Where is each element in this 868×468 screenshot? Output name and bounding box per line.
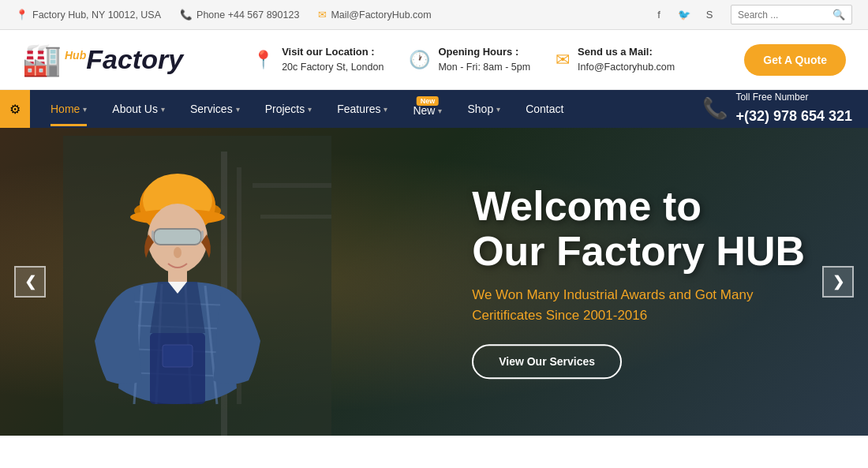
phone-text: Phone +44 567 890123 xyxy=(196,9,299,21)
mail-icon: ✉ xyxy=(556,50,570,70)
facebook-link[interactable]: f xyxy=(650,6,668,24)
hero-subtitle: We Won Many Industrial Awards and Got Ma… xyxy=(472,286,805,326)
logo-text: HubFactory xyxy=(65,44,183,75)
new-badge: New xyxy=(417,96,440,106)
location-info: 📍 Visit our Location : 20c Factory St, L… xyxy=(253,44,383,74)
hero-next-button[interactable]: ❯ xyxy=(822,266,854,298)
hero-section: Welcome to Our Factory HUB We Won Many I… xyxy=(0,128,868,436)
nav-item-projects[interactable]: Projects ▾ xyxy=(253,92,325,126)
hours-info-text: Opening Hours : Mon - Fri: 8am - 5pm xyxy=(438,44,530,74)
location-icon: 📍 xyxy=(16,9,28,21)
twitter-link[interactable]: 🐦 xyxy=(675,6,693,24)
view-services-button[interactable]: View Our Services xyxy=(472,345,622,380)
search-button[interactable]: 🔍 xyxy=(826,6,851,24)
email-icon: ✉ xyxy=(318,9,327,21)
hero-prev-button[interactable]: ❮ xyxy=(14,266,46,298)
social-links: f 🐦 S xyxy=(650,6,718,24)
chevron-down-icon: ▾ xyxy=(83,105,87,114)
address-item: 📍 Factory Hub, NY 10012, USA xyxy=(16,9,161,21)
chevron-down-icon: ▾ xyxy=(496,105,500,114)
nav-item-shop[interactable]: Shop ▾ xyxy=(455,92,513,126)
logo-hub-text: Hub xyxy=(65,49,86,62)
clock-icon: 🕐 xyxy=(409,50,430,70)
top-bar: 📍 Factory Hub, NY 10012, USA 📞 Phone +44… xyxy=(0,0,868,30)
nav-menu: Home ▾ About Us ▾ Services ▾ Projects ▾ … xyxy=(30,90,687,128)
skype-link[interactable]: S xyxy=(701,6,718,24)
toll-text: Toll Free Number +(32) 978 654 321 xyxy=(735,90,852,128)
logo[interactable]: 🏭 HubFactory xyxy=(22,41,183,78)
settings-icon: ⚙ xyxy=(9,102,21,117)
chevron-down-icon: ▾ xyxy=(236,105,240,114)
phone-icon: 📞 xyxy=(180,9,193,21)
chevron-down-icon: ▾ xyxy=(308,105,312,114)
svg-rect-4 xyxy=(260,215,331,219)
svg-point-13 xyxy=(174,247,181,258)
search-box[interactable]: 🔍 xyxy=(731,5,852,24)
hero-worker-image xyxy=(63,136,331,436)
nav-item-contact[interactable]: Contact xyxy=(513,92,576,126)
mail-info: ✉ Send us a Mail: Info@Factoryhub.com xyxy=(556,44,675,74)
arrow-right-icon: ❯ xyxy=(832,273,844,290)
chevron-down-icon: ▾ xyxy=(438,107,442,115)
search-input[interactable] xyxy=(731,7,826,23)
phone-toll-icon: 📞 xyxy=(702,96,728,121)
email-item: ✉ Mail@FactoryHub.com xyxy=(318,9,431,21)
svg-rect-3 xyxy=(253,183,331,188)
top-bar-right: f 🐦 S 🔍 xyxy=(650,5,852,24)
svg-rect-10 xyxy=(154,229,201,245)
get-quote-button[interactable]: Get A Quote xyxy=(744,44,846,76)
nav-item-services[interactable]: Services ▾ xyxy=(178,92,253,126)
hours-info: 🕐 Opening Hours : Mon - Fri: 8am - 5pm xyxy=(409,44,530,74)
nav-item-home[interactable]: Home ▾ xyxy=(38,92,99,126)
mail-info-text: Send us a Mail: Info@Factoryhub.com xyxy=(578,44,675,74)
hero-title: Welcome to Our Factory HUB xyxy=(472,184,805,274)
header-info: 📍 Visit our Location : 20c Factory St, L… xyxy=(253,44,675,74)
address-text: Factory Hub, NY 10012, USA xyxy=(32,9,161,21)
svg-rect-24 xyxy=(163,345,193,367)
settings-button[interactable]: ⚙ xyxy=(0,90,30,128)
location-info-icon: 📍 xyxy=(253,50,274,70)
email-text: Mail@FactoryHub.com xyxy=(331,9,431,21)
arrow-left-icon: ❮ xyxy=(24,273,36,290)
nav-item-features[interactable]: Features ▾ xyxy=(324,92,400,126)
hero-content: Welcome to Our Factory HUB We Won Many I… xyxy=(472,184,805,379)
chevron-down-icon: ▾ xyxy=(383,105,387,114)
nav-item-new[interactable]: New New ▾ xyxy=(400,90,455,128)
phone-item: 📞 Phone +44 567 890123 xyxy=(180,9,299,21)
toll-free-section: 📞 Toll Free Number +(32) 978 654 321 xyxy=(687,90,868,128)
location-info-text: Visit our Location : 20c Factory St, Lon… xyxy=(282,44,383,74)
logo-icon: 🏭 xyxy=(22,41,62,78)
chevron-down-icon: ▾ xyxy=(161,105,165,114)
nav-item-about[interactable]: About Us ▾ xyxy=(99,92,178,126)
top-bar-left: 📍 Factory Hub, NY 10012, USA 📞 Phone +44… xyxy=(16,9,432,21)
header: 🏭 HubFactory 📍 Visit our Location : 20c … xyxy=(0,30,868,90)
svg-rect-23 xyxy=(150,333,205,404)
main-nav: ⚙ Home ▾ About Us ▾ Services ▾ Projects … xyxy=(0,90,868,128)
